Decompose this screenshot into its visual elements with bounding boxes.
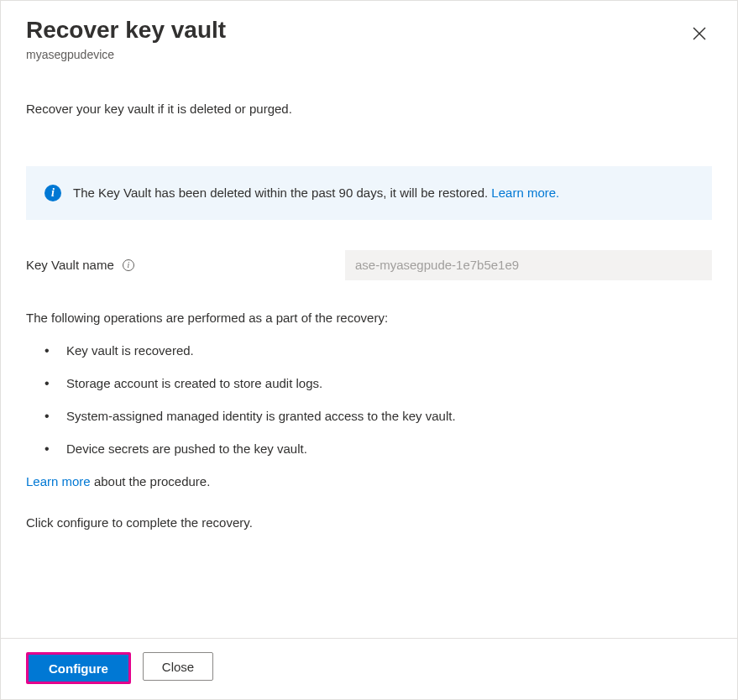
operations-list-item: System-assigned managed identity is gran… xyxy=(26,409,712,423)
description-text: Recover your key vault if it is deleted … xyxy=(26,102,712,116)
operations-list-item: Storage account is created to store audi… xyxy=(26,376,712,390)
content-area: Recover key vault myasegpudevice Recover… xyxy=(1,1,737,638)
header-row: Recover key vault myasegpudevice xyxy=(26,16,712,61)
footer-actions: Configure Close xyxy=(1,638,737,699)
info-banner: i The Key Vault has been deleted within … xyxy=(26,166,712,220)
recover-key-vault-panel: Recover key vault myasegpudevice Recover… xyxy=(0,0,738,700)
page-subtitle: myasegpudevice xyxy=(26,48,226,61)
close-icon xyxy=(692,26,707,41)
info-banner-text: The Key Vault has been deleted within th… xyxy=(73,185,559,200)
learn-more-suffix: about the procedure. xyxy=(91,474,211,488)
key-vault-name-label: Key Vault name xyxy=(26,258,114,272)
info-icon: i xyxy=(44,185,61,201)
key-vault-name-row: Key Vault name i xyxy=(26,250,712,280)
operations-list-item: Key vault is recovered. xyxy=(26,343,712,358)
page-title: Recover key vault xyxy=(26,16,226,44)
operations-list: Key vault is recovered. Storage account … xyxy=(26,343,712,456)
key-vault-name-input xyxy=(345,250,712,280)
close-icon-button[interactable] xyxy=(687,21,712,49)
operations-list-item: Device secrets are pushed to the key vau… xyxy=(26,441,712,456)
info-banner-message: The Key Vault has been deleted within th… xyxy=(73,185,491,200)
learn-more-row: Learn more about the procedure. xyxy=(26,474,712,488)
configure-button[interactable]: Configure xyxy=(26,652,131,684)
close-button[interactable]: Close xyxy=(143,652,213,681)
click-configure-text: Click configure to complete the recovery… xyxy=(26,515,712,530)
key-vault-name-label-wrap: Key Vault name i xyxy=(26,258,345,272)
header-titles: Recover key vault myasegpudevice xyxy=(26,16,226,61)
info-tooltip-icon[interactable]: i xyxy=(123,259,134,271)
learn-more-link[interactable]: Learn more xyxy=(26,474,91,488)
info-banner-learn-more-link[interactable]: Learn more. xyxy=(491,185,559,200)
operations-intro: The following operations are performed a… xyxy=(26,311,712,325)
